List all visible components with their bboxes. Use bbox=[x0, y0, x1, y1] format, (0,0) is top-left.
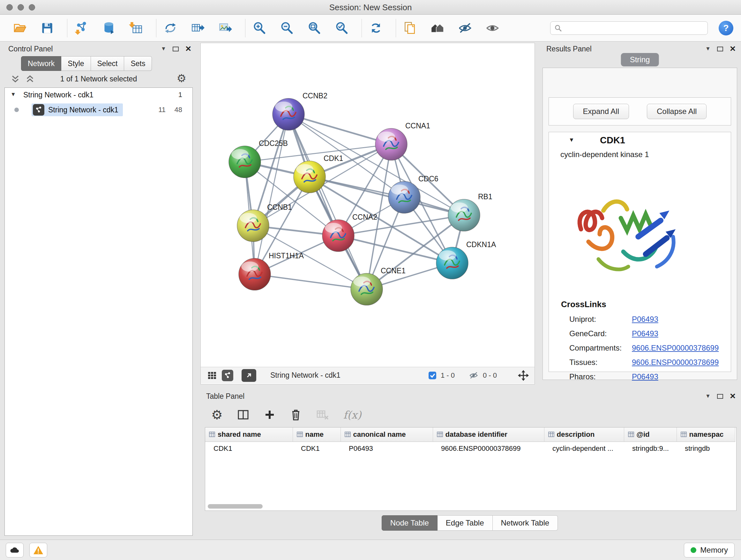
expand-all-button[interactable]: Expand All bbox=[573, 104, 629, 119]
network-node-CCNB1[interactable] bbox=[237, 210, 269, 242]
help-button[interactable]: ? bbox=[719, 21, 733, 36]
cloud-button[interactable] bbox=[6, 543, 23, 557]
open-session-icon[interactable] bbox=[11, 20, 28, 36]
genecard-link[interactable]: P06493 bbox=[632, 329, 662, 338]
tab-network-table[interactable]: Network Table bbox=[493, 515, 558, 531]
network-node-CDKN1A[interactable] bbox=[436, 247, 468, 279]
column-header-database-identifier[interactable]: database identifier bbox=[433, 428, 544, 442]
edge-HIST1H1A-CCNE1[interactable] bbox=[255, 274, 367, 289]
table-panel-header: Table Panel ▼ ✕ bbox=[200, 390, 739, 402]
panel-float-icon[interactable] bbox=[717, 394, 723, 399]
tab-edge-table[interactable]: Edge Table bbox=[437, 515, 493, 531]
add-column-icon[interactable] bbox=[264, 409, 276, 421]
gene-collapse-icon[interactable]: ▼ bbox=[569, 137, 575, 143]
edge-CCNB2-HIST1H1A[interactable] bbox=[255, 114, 288, 274]
title-bar: Session: New Session bbox=[0, 0, 741, 15]
detach-view-button[interactable] bbox=[242, 369, 256, 382]
memory-status-dot bbox=[690, 547, 696, 553]
zoom-selected-icon[interactable] bbox=[333, 20, 350, 36]
column-type-icon bbox=[681, 432, 687, 437]
birdseye-grid-icon[interactable] bbox=[206, 368, 219, 383]
network-collection-row[interactable]: ▼ String Network - cdk1 1 bbox=[5, 88, 192, 103]
panel-close-icon[interactable]: ✕ bbox=[730, 45, 736, 53]
selected-checkbox-icon[interactable] bbox=[428, 371, 437, 380]
edge-CDK1-RB1[interactable] bbox=[310, 177, 464, 215]
search-input[interactable] bbox=[564, 24, 704, 32]
pharos-link[interactable]: P06493 bbox=[632, 372, 662, 381]
network-canvas[interactable]: CCNB2CCNA1CDC25BCDK1CDC6RB1CCNB1CCNA2CDK… bbox=[201, 43, 535, 367]
network-node-RB1[interactable] bbox=[448, 199, 480, 231]
column-header-canonical-name[interactable]: canonical name bbox=[340, 428, 433, 442]
tab-select[interactable]: Select bbox=[91, 56, 125, 71]
home-icon[interactable] bbox=[429, 20, 446, 36]
results-panel: Results Panel ▼ ✕ String Expand All Coll… bbox=[541, 43, 739, 380]
network-node-HIST1H1A[interactable] bbox=[239, 258, 271, 290]
panel-menu-icon[interactable]: ▼ bbox=[705, 46, 711, 52]
tab-network[interactable]: Network bbox=[21, 56, 61, 71]
tab-style[interactable]: Style bbox=[61, 56, 91, 71]
refresh-icon[interactable] bbox=[367, 20, 384, 36]
network-node-CCNA1[interactable] bbox=[375, 128, 407, 160]
duplicate-network-icon[interactable] bbox=[402, 20, 418, 36]
network-node-CCNE1[interactable] bbox=[351, 273, 383, 305]
zoom-fit-icon[interactable] bbox=[306, 20, 323, 36]
gear-icon[interactable]: ⚙ bbox=[177, 73, 186, 84]
import-table-icon[interactable] bbox=[128, 20, 145, 36]
export-image-icon[interactable] bbox=[217, 20, 233, 36]
horizontal-scrollbar-thumb[interactable] bbox=[208, 504, 263, 509]
tissues-link[interactable]: 9606.ENSP00000378699 bbox=[632, 358, 722, 367]
string-network-badge-icon[interactable] bbox=[222, 370, 233, 381]
table-row[interactable]: CDK1 CDK1 P06493 9606.ENSP00000378699 cy… bbox=[205, 442, 735, 455]
network-node-CDC25B[interactable] bbox=[229, 146, 261, 178]
network-row-selected[interactable]: String Network - cdk1 11 48 bbox=[5, 103, 192, 117]
table-settings-gear-icon[interactable]: ⚙ bbox=[211, 408, 223, 421]
tree-expand-icon[interactable]: ▼ bbox=[10, 91, 16, 98]
edge-CCNB2-CCNE1[interactable] bbox=[288, 114, 367, 289]
panel-menu-icon[interactable]: ▼ bbox=[161, 46, 166, 52]
network-node-CDK1[interactable] bbox=[293, 161, 326, 193]
import-network-icon[interactable] bbox=[73, 20, 90, 36]
network-node-CDC6[interactable] bbox=[388, 181, 420, 213]
collapse-all-button[interactable]: Collapse All bbox=[647, 104, 706, 119]
collection-name: String Network - cdk1 bbox=[23, 91, 93, 99]
column-header-description[interactable]: description bbox=[544, 428, 624, 442]
column-header-shared-name[interactable]: shared name bbox=[205, 428, 293, 442]
export-table-icon[interactable] bbox=[190, 20, 206, 36]
toolbar-separator bbox=[245, 19, 246, 37]
panel-menu-icon[interactable]: ▼ bbox=[705, 393, 711, 399]
show-columns-icon[interactable] bbox=[237, 408, 250, 421]
show-eye-icon[interactable] bbox=[484, 20, 501, 36]
pan-move-icon[interactable] bbox=[517, 369, 529, 381]
panel-float-icon[interactable] bbox=[717, 47, 723, 51]
node-label-HIST1H1A: HIST1H1A bbox=[269, 252, 304, 260]
string-results-tab[interactable]: String bbox=[621, 53, 659, 66]
save-session-icon[interactable] bbox=[39, 20, 56, 36]
warnings-button[interactable] bbox=[29, 543, 47, 557]
zoom-out-icon[interactable] bbox=[279, 20, 295, 36]
node-label-CDKN1A: CDKN1A bbox=[466, 240, 496, 249]
tab-node-table[interactable]: Node Table bbox=[382, 515, 437, 531]
hide-unhide-icon[interactable] bbox=[457, 20, 473, 36]
hidden-eye-icon[interactable] bbox=[468, 371, 479, 380]
panel-float-icon[interactable] bbox=[173, 47, 179, 51]
column-type-icon bbox=[548, 432, 554, 437]
memory-button[interactable]: Memory bbox=[684, 543, 735, 557]
network-view: CCNB2CCNA1CDC25BCDK1CDC6RB1CCNB1CCNA2CDK… bbox=[200, 43, 535, 384]
crosslinks-title: CrossLinks bbox=[561, 300, 731, 309]
column-header-id[interactable]: @id bbox=[624, 428, 677, 442]
delete-column-icon[interactable] bbox=[290, 408, 302, 421]
panel-close-icon[interactable]: ✕ bbox=[185, 45, 192, 53]
compartments-link[interactable]: 9606.ENSP00000378699 bbox=[632, 344, 722, 353]
column-header-name[interactable]: name bbox=[293, 428, 340, 442]
cell-database-identifier: 9606.ENSP00000378699 bbox=[433, 442, 544, 455]
zoom-in-icon[interactable] bbox=[251, 20, 268, 36]
gene-card: ▼ CDK1 cyclin-dependent kinase 1 bbox=[549, 132, 731, 372]
network-node-CCNB2[interactable] bbox=[273, 98, 305, 130]
panel-close-icon[interactable]: ✕ bbox=[730, 392, 736, 400]
export-network-icon[interactable] bbox=[162, 20, 179, 36]
tab-sets[interactable]: Sets bbox=[124, 56, 152, 71]
column-header-namespace[interactable]: namespac bbox=[677, 428, 735, 442]
network-node-CCNA2[interactable] bbox=[322, 220, 354, 252]
uniprot-link[interactable]: P06493 bbox=[632, 315, 662, 324]
import-database-icon[interactable] bbox=[100, 20, 117, 36]
